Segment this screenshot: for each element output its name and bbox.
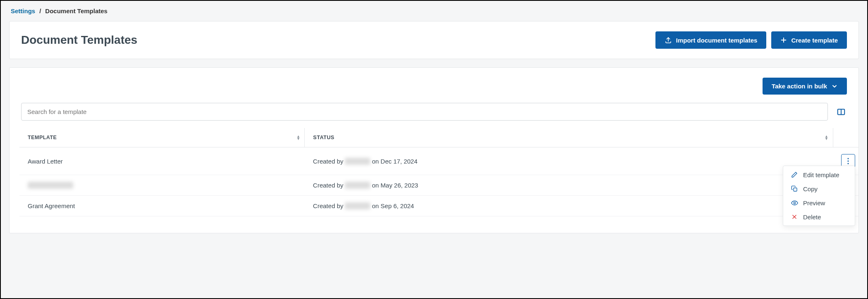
template-name-cell[interactable]: Award Letter bbox=[19, 147, 305, 175]
status-prefix: Created by bbox=[313, 182, 343, 189]
columns-toggle-button[interactable] bbox=[835, 106, 847, 118]
plus-icon bbox=[780, 37, 787, 43]
menu-item-copy[interactable]: Copy bbox=[783, 182, 855, 196]
table-row: Field Group Test Created by Jenn Still o… bbox=[19, 175, 858, 196]
status-suffix: on Dec 17, 2024 bbox=[372, 158, 417, 165]
table-row: Award Letter Created by Jenn Still on De… bbox=[19, 147, 858, 175]
x-icon bbox=[791, 213, 798, 221]
template-name-cell[interactable]: Field Group Test bbox=[19, 175, 305, 196]
templates-table: TEMPLATE ▲▼ STATUS ▲▼ Award Letter Creat… bbox=[19, 128, 858, 216]
search-input[interactable] bbox=[21, 103, 828, 121]
sort-icon: ▲▼ bbox=[825, 135, 828, 140]
header-actions: Import document templates Create templat… bbox=[655, 31, 847, 49]
bulk-action-button[interactable]: Take action in bulk bbox=[763, 78, 847, 95]
import-templates-button[interactable]: Import document templates bbox=[655, 31, 767, 49]
bulk-action-label: Take action in bulk bbox=[772, 83, 827, 90]
template-name-cell[interactable]: Grant Agreement bbox=[19, 196, 305, 216]
svg-point-7 bbox=[847, 163, 849, 164]
status-suffix: on May 26, 2023 bbox=[372, 182, 418, 189]
svg-point-6 bbox=[847, 160, 849, 161]
redacted-template-name: Field Group Test bbox=[28, 182, 73, 189]
column-header-template[interactable]: TEMPLATE ▲▼ bbox=[19, 128, 305, 147]
eye-icon bbox=[791, 199, 798, 206]
menu-item-delete-label: Delete bbox=[803, 214, 821, 221]
redacted-author: Jenn Still bbox=[345, 202, 370, 209]
upload-icon bbox=[665, 36, 672, 44]
menu-item-edit-label: Edit template bbox=[803, 171, 839, 178]
create-template-label: Create template bbox=[791, 37, 838, 44]
redacted-author: Jenn Still bbox=[345, 158, 370, 165]
column-header-status[interactable]: STATUS ▲▼ bbox=[305, 128, 833, 147]
row-actions-menu: Edit template Copy Preview bbox=[783, 166, 855, 226]
page-header: Document Templates Import document templ… bbox=[9, 21, 859, 59]
menu-item-copy-label: Copy bbox=[803, 185, 818, 192]
status-prefix: Created by bbox=[313, 158, 343, 165]
menu-item-edit[interactable]: Edit template bbox=[783, 168, 855, 182]
page-title: Document Templates bbox=[21, 33, 137, 47]
table-row: Grant Agreement Created by Jenn Still on… bbox=[19, 196, 858, 216]
kebab-icon bbox=[847, 158, 849, 164]
status-prefix: Created by bbox=[313, 202, 343, 209]
status-cell: Created by Jenn Still on Dec 17, 2024 bbox=[305, 147, 833, 175]
svg-point-9 bbox=[794, 202, 795, 204]
pencil-icon bbox=[791, 171, 798, 178]
templates-table-card: Take action in bulk TEMPLATE ▲▼ STATUS ▲… bbox=[9, 67, 859, 233]
import-templates-label: Import document templates bbox=[676, 37, 758, 44]
breadcrumb-current: Document Templates bbox=[45, 7, 108, 14]
menu-item-delete[interactable]: Delete bbox=[783, 210, 855, 224]
sort-icon: ▲▼ bbox=[297, 135, 300, 140]
svg-rect-8 bbox=[794, 188, 797, 191]
status-suffix: on Sep 6, 2024 bbox=[372, 202, 414, 209]
column-header-actions bbox=[833, 128, 858, 147]
chevron-down-icon bbox=[831, 83, 838, 90]
column-header-status-label: STATUS bbox=[313, 135, 334, 140]
breadcrumb-separator: / bbox=[39, 7, 41, 14]
create-template-button[interactable]: Create template bbox=[771, 31, 847, 49]
column-header-template-label: TEMPLATE bbox=[28, 135, 57, 140]
menu-item-preview-label: Preview bbox=[803, 199, 825, 206]
columns-icon bbox=[837, 107, 846, 116]
svg-point-5 bbox=[847, 158, 849, 159]
menu-item-preview[interactable]: Preview bbox=[783, 196, 855, 210]
status-cell: Created by Jenn Still on May 26, 2023 bbox=[305, 175, 833, 196]
status-cell: Created by Jenn Still on Sep 6, 2024 bbox=[305, 196, 833, 216]
copy-icon bbox=[791, 185, 798, 192]
breadcrumb: Settings / Document Templates bbox=[1, 1, 867, 21]
redacted-author: Jenn Still bbox=[345, 182, 370, 189]
breadcrumb-settings-link[interactable]: Settings bbox=[11, 7, 35, 14]
